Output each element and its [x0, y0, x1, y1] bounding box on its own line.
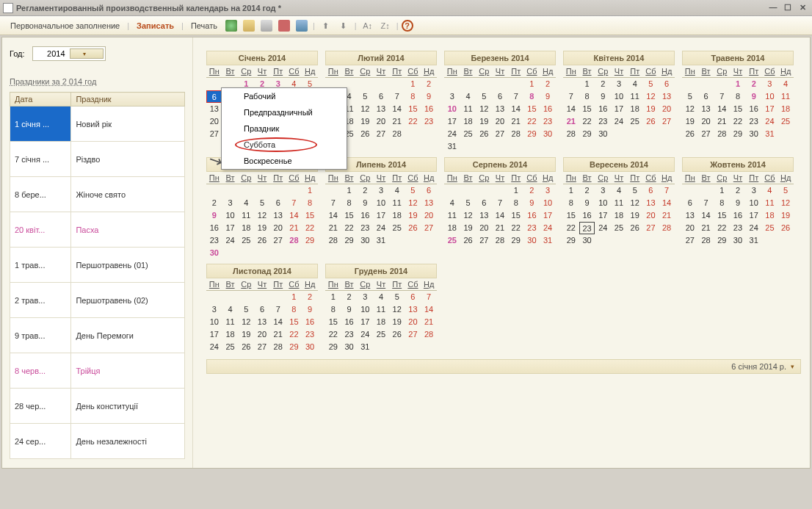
sort-asc-icon[interactable]: A↕	[362, 20, 374, 32]
day-cell[interactable]: 30	[302, 341, 318, 353]
day-cell[interactable]: 1	[286, 291, 302, 303]
day-cell[interactable]: 5	[682, 90, 698, 103]
day-cell[interactable]: 14	[325, 209, 341, 222]
down-icon[interactable]: ⬇	[338, 20, 349, 32]
save-button[interactable]: Записать	[132, 20, 178, 32]
day-cell[interactable]: 16	[730, 209, 746, 222]
day-cell[interactable]: 3	[595, 184, 611, 197]
day-cell[interactable]: 7	[286, 197, 302, 209]
day-cell[interactable]: 29	[302, 234, 318, 247]
day-cell[interactable]: 14	[563, 103, 579, 115]
day-cell[interactable]: 24	[746, 222, 762, 234]
day-cell[interactable]: 27	[421, 222, 437, 234]
day-cell[interactable]: 4	[762, 184, 778, 197]
sort-desc-icon[interactable]: Z↕	[380, 20, 391, 32]
day-cell[interactable]: 15	[286, 316, 302, 328]
day-cell[interactable]: 11	[238, 209, 254, 222]
day-cell[interactable]: 27	[254, 341, 270, 353]
day-cell[interactable]: 2	[341, 291, 358, 303]
day-cell[interactable]: 6	[405, 291, 421, 303]
day-cell[interactable]: 5	[627, 184, 643, 197]
day-cell[interactable]: 26	[405, 222, 421, 234]
day-cell[interactable]: 6	[373, 90, 389, 103]
day-cell[interactable]: 28	[563, 128, 579, 140]
day-cell[interactable]: 21	[508, 115, 524, 128]
year-input[interactable]: 2014 ▾	[32, 46, 106, 61]
day-cell[interactable]: 12	[460, 209, 476, 222]
day-cell[interactable]: 26	[460, 234, 476, 247]
day-cell[interactable]: 26	[643, 115, 659, 128]
day-cell[interactable]: 2	[302, 291, 318, 303]
day-cell[interactable]: 15	[508, 209, 524, 222]
day-cell[interactable]: 19	[643, 103, 659, 115]
day-cell[interactable]: 13	[421, 197, 437, 209]
day-cell[interactable]: 21	[698, 222, 714, 234]
day-cell[interactable]: 6	[206, 90, 222, 103]
day-cell[interactable]: 14	[286, 209, 302, 222]
day-cell[interactable]: 12	[682, 103, 698, 115]
day-cell[interactable]: 19	[682, 115, 698, 128]
day-cell[interactable]: 28	[492, 234, 508, 247]
day-cell[interactable]: 6	[254, 303, 270, 316]
day-cell[interactable]: 6	[659, 78, 675, 90]
day-cell[interactable]: 11	[389, 197, 405, 209]
year-dropdown-icon[interactable]: ▾	[70, 48, 104, 59]
day-cell[interactable]: 20	[643, 209, 659, 222]
day-cell[interactable]: 7	[270, 303, 286, 316]
day-cell[interactable]: 22	[508, 222, 524, 234]
day-cell[interactable]: 13	[206, 103, 222, 115]
day-cell[interactable]: 9	[579, 197, 595, 209]
day-cell[interactable]: 11	[777, 90, 794, 103]
table-row[interactable]: 9 трав...День Перемоги	[10, 318, 185, 353]
day-cell[interactable]: 26	[777, 222, 794, 234]
day-cell[interactable]: 28	[389, 128, 405, 140]
day-cell[interactable]: 6	[270, 197, 286, 209]
day-cell[interactable]: 14	[698, 209, 714, 222]
day-cell[interactable]: 30	[524, 234, 540, 247]
day-cell[interactable]: 18	[627, 103, 643, 115]
day-cell[interactable]: 24	[595, 222, 611, 234]
day-cell[interactable]: 4	[373, 291, 389, 303]
day-cell[interactable]: 19	[460, 222, 476, 234]
table-row[interactable]: 8 бере...Жіноче свято	[10, 177, 185, 212]
day-cell[interactable]: 27	[682, 234, 698, 247]
day-cell[interactable]: 15	[714, 209, 730, 222]
day-cell[interactable]: 14	[492, 209, 508, 222]
day-cell[interactable]: 8	[524, 90, 540, 103]
day-cell[interactable]: 3	[357, 291, 373, 303]
day-cell[interactable]: 20	[682, 222, 698, 234]
day-cell[interactable]: 29	[325, 341, 341, 353]
day-cell[interactable]: 17	[444, 115, 460, 128]
day-cell[interactable]: 9	[540, 90, 556, 103]
day-cell[interactable]: 8	[302, 197, 318, 209]
day-cell[interactable]: 1	[563, 184, 579, 197]
day-cell[interactable]: 7	[659, 184, 675, 197]
day-cell[interactable]: 12	[389, 303, 405, 316]
day-cell[interactable]: 9	[730, 197, 746, 209]
day-cell[interactable]: 20	[421, 209, 437, 222]
day-cell[interactable]: 17	[373, 209, 389, 222]
day-cell[interactable]: 29	[579, 128, 595, 140]
day-cell[interactable]: 24	[762, 115, 778, 128]
day-cell[interactable]: 1	[714, 184, 730, 197]
day-cell[interactable]: 4	[238, 197, 254, 209]
day-cell[interactable]: 23	[595, 115, 611, 128]
ctx-work[interactable]: Рабочий	[222, 88, 347, 104]
day-cell[interactable]: 22	[524, 115, 540, 128]
day-cell[interactable]: 19	[238, 328, 254, 341]
day-cell[interactable]: 31	[357, 341, 373, 353]
refresh-icon[interactable]	[225, 20, 237, 32]
day-cell[interactable]: 9	[421, 90, 437, 103]
day-cell[interactable]: 13	[405, 303, 421, 316]
day-cell[interactable]: 11	[373, 303, 389, 316]
day-cell[interactable]: 19	[777, 209, 794, 222]
day-cell[interactable]: 5	[777, 184, 794, 197]
day-cell[interactable]: 13	[492, 103, 508, 115]
day-cell[interactable]: 30	[579, 234, 595, 247]
ctx-hol[interactable]: Праздник	[222, 120, 347, 137]
day-cell[interactable]: 26	[357, 128, 373, 140]
day-cell[interactable]: 6	[682, 197, 698, 209]
table-row[interactable]: 20 квіт...Пасха	[10, 212, 185, 248]
day-cell[interactable]: 9	[206, 209, 222, 222]
day-cell[interactable]: 20	[254, 328, 270, 341]
